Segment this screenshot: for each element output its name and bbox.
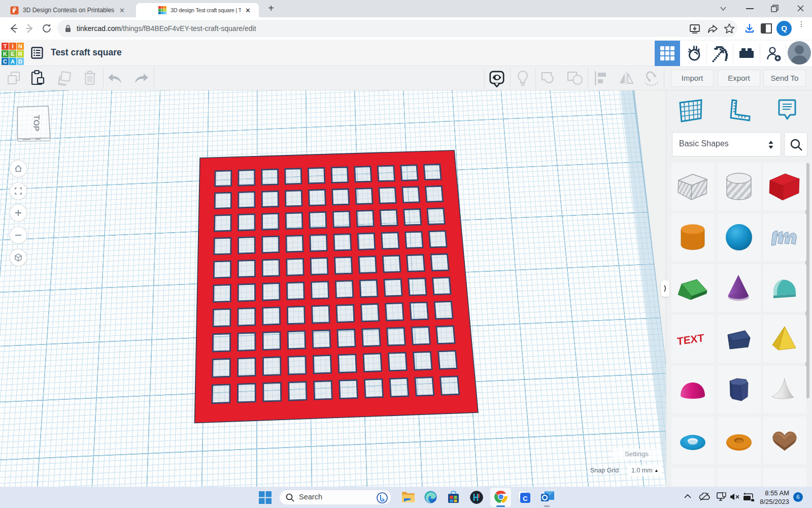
svg-text:K: K [3, 51, 7, 57]
svg-text:T: T [4, 43, 7, 49]
svg-text:R: R [18, 51, 22, 57]
svg-text:E: E [11, 51, 14, 57]
svg-text:I: I [12, 43, 13, 49]
svg-text:D: D [18, 58, 22, 65]
svg-text:C: C [3, 58, 7, 65]
svg-text:TEXT: TEXT [677, 332, 704, 347]
svg-text:A: A [11, 58, 15, 65]
svg-text:C: C [523, 495, 528, 502]
svg-text:TOP: TOP [32, 115, 41, 132]
svg-text:N: N [18, 43, 22, 49]
